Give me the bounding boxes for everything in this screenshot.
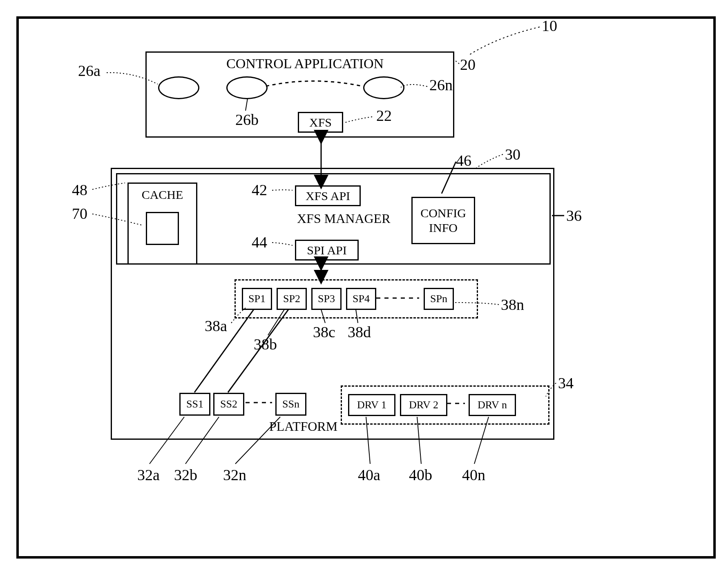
xfs-manager-title: XFS MANAGER (297, 211, 390, 226)
ref-32a: 32a (137, 466, 160, 484)
oval-26a (158, 76, 199, 99)
drv1-box: DRV 1 (348, 394, 395, 416)
sp2-box: SP2 (277, 288, 307, 310)
xfs-api-box: XFS API (295, 185, 361, 206)
drv-group: DRV 1 DRV 2 DRV n (341, 385, 549, 425)
ref-20: 20 (460, 56, 476, 73)
config-info-box: CONFIG INFO (411, 197, 475, 244)
sp1-box: SP1 (242, 288, 272, 310)
ref-44: 44 (252, 233, 267, 251)
oval-26b (226, 76, 268, 99)
config-title2: INFO (429, 220, 458, 235)
ref-46: 46 (456, 151, 471, 169)
ref-26a: 26a (78, 62, 100, 80)
platform-box: PLATFORM XFS MANAGER XFS API SPI API CAC… (111, 168, 554, 440)
ss1-box: SS1 (179, 393, 210, 416)
ref-38a: 38a (205, 317, 227, 335)
ref-38c: 38c (313, 323, 335, 341)
ref-38n: 38n (501, 296, 524, 314)
oval-26n (363, 76, 404, 99)
drv2-box: DRV 2 (400, 394, 447, 416)
ref-26n: 26n (429, 76, 453, 94)
ref-38b: 38b (254, 335, 277, 353)
ref-40a: 40a (358, 466, 380, 484)
diagram-root: 10 CONTROL APPLICATION XFS 26a 26b 26n 2… (16, 16, 716, 559)
ref-38d: 38d (348, 323, 371, 341)
ref-40b: 40b (409, 466, 432, 484)
cache-inner-box (146, 212, 179, 245)
sp4-box: SP4 (346, 288, 376, 310)
ref-26b: 26b (235, 111, 259, 129)
control-application-box: CONTROL APPLICATION XFS (145, 51, 454, 138)
ref-42: 42 (252, 181, 267, 199)
ref-30: 30 (505, 145, 520, 163)
ref-32n: 32n (223, 466, 246, 484)
ref-36: 36 (566, 207, 582, 225)
ref-10: 10 (542, 17, 557, 35)
control-application-title: CONTROL APPLICATION (226, 56, 384, 71)
ref-34: 34 (558, 374, 574, 392)
ss2-box: SS2 (213, 393, 244, 416)
ssn-box: SSn (275, 393, 306, 416)
ref-32b: 32b (174, 466, 197, 484)
sp3-box: SP3 (311, 288, 342, 310)
cache-title: CACHE (142, 188, 183, 202)
xfs-manager-box: XFS MANAGER XFS API SPI API CACHE CONFIG… (116, 173, 551, 265)
ref-40n: 40n (462, 466, 485, 484)
drvn-box: DRV n (469, 394, 516, 416)
ref-70: 70 (72, 205, 87, 223)
ref-22: 22 (376, 107, 392, 125)
sp-group: SP1 SP2 SP3 SP4 SPn (234, 279, 478, 318)
platform-title: PLATFORM (269, 419, 337, 434)
cache-box: CACHE (127, 183, 197, 265)
spn-box: SPn (424, 288, 454, 310)
config-title1: CONFIG (420, 206, 466, 220)
xfs-box: XFS (298, 112, 343, 133)
ref-48: 48 (72, 181, 87, 199)
spi-api-box: SPI API (295, 240, 359, 261)
